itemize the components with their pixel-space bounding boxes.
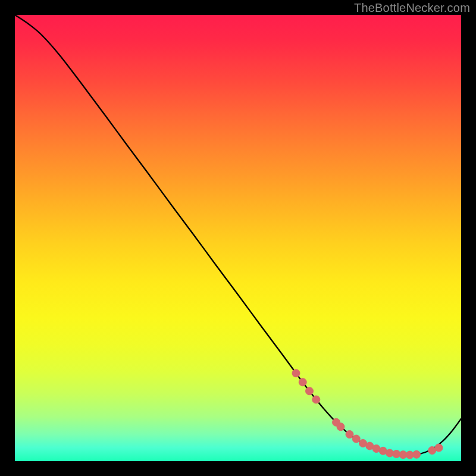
curve-marker	[346, 431, 353, 439]
curve-marker	[312, 396, 320, 403]
bottleneck-curve	[15, 15, 461, 455]
curve-group	[15, 15, 461, 459]
curve-marker	[292, 369, 300, 377]
curve-marker	[352, 435, 360, 443]
curve-markers	[292, 369, 443, 459]
curve-layer	[15, 15, 461, 461]
curve-marker	[299, 378, 306, 386]
curve-marker	[337, 423, 345, 431]
chart-stage: TheBottleNecker.com	[0, 0, 476, 476]
curve-marker	[435, 444, 443, 452]
watermark-text: TheBottleNecker.com	[354, 1, 470, 15]
curve-marker	[413, 450, 421, 458]
plot-area	[15, 15, 461, 461]
curve-marker	[306, 387, 314, 395]
